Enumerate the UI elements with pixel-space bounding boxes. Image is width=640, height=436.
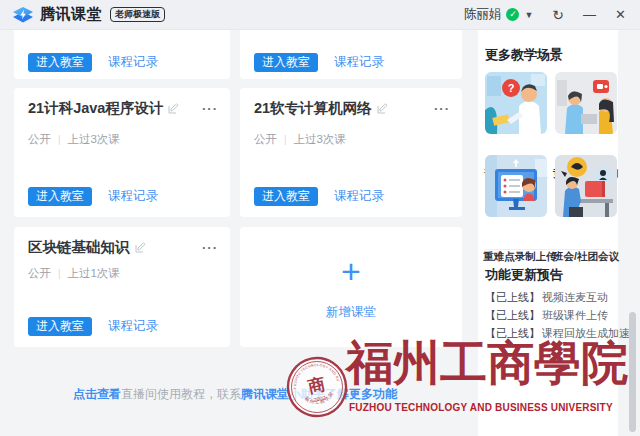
chevron-down-icon[interactable]: ▼ xyxy=(524,10,533,20)
scenario-tile-qa[interactable]: ? xyxy=(485,72,547,134)
course-card: 21计科Java程序设计 ··· 公开 | 上过3次课 进入教室 课程记录 xyxy=(14,88,230,217)
update-name: 视频连麦互动 xyxy=(542,291,608,303)
scenario-tile-tutoring[interactable] xyxy=(555,72,617,134)
enter-classroom-button[interactable]: 进入教室 xyxy=(28,317,92,336)
course-records-link[interactable]: 课程记录 xyxy=(334,54,384,71)
scenario-tile-meeting[interactable] xyxy=(555,155,617,217)
edition-badge: 老师极速版 xyxy=(110,7,165,22)
course-records-link[interactable]: 课程记录 xyxy=(108,318,158,335)
course-visibility: 公开 xyxy=(254,132,277,147)
tutoring-illustration xyxy=(555,72,617,134)
update-item: 【已上线】视频连麦互动 xyxy=(485,290,608,305)
update-item: 【已上线】课程回放生成加速 xyxy=(485,326,630,341)
more-menu-icon[interactable]: ··· xyxy=(202,101,218,116)
course-sessions: 上过3次课 xyxy=(294,132,346,147)
edit-icon[interactable] xyxy=(168,103,179,114)
course-records-link[interactable]: 课程记录 xyxy=(334,188,384,205)
scrollbar-thumb[interactable] xyxy=(629,312,636,432)
update-name: 班级课件上传 xyxy=(542,309,608,321)
app-title: 腾讯课堂 xyxy=(40,5,102,24)
updates-title: 功能更新预告 xyxy=(485,266,563,284)
course-records-link[interactable]: 课程记录 xyxy=(108,54,158,71)
update-tag: 【已上线】 xyxy=(485,327,540,339)
edit-icon[interactable] xyxy=(377,103,388,114)
minimize-icon[interactable]: — xyxy=(583,8,596,21)
meta-divider: | xyxy=(58,268,61,279)
course-title: 区块链基础知识 xyxy=(28,238,130,257)
course-title: 21软专计算机网络 xyxy=(254,99,372,118)
edit-icon[interactable] xyxy=(135,242,146,253)
course-visibility: 公开 xyxy=(28,266,51,281)
add-classroom-label: 新增课堂 xyxy=(326,304,376,321)
course-card: 区块链基础知识 ··· 公开 | 上过1次课 进入教室 课程记录 xyxy=(14,227,230,347)
view-tutorial-link[interactable]: 点击查看 xyxy=(73,387,121,401)
verified-badge-icon: ✓ xyxy=(506,8,519,21)
qa-illustration: ? xyxy=(485,72,547,134)
scenario-label: 班会/社团会议 xyxy=(553,250,619,264)
meta-divider: | xyxy=(58,134,61,145)
tencent-classroom-logo-icon xyxy=(12,4,34,26)
sidebar: 更多教学场景 ? xyxy=(478,30,618,436)
header-controls: 陈丽娟 ✓ ▼ ↻ — ✕ xyxy=(464,6,640,23)
enter-classroom-button[interactable]: 进入教室 xyxy=(254,187,318,206)
course-title: 21计科Java程序设计 xyxy=(28,99,163,118)
more-menu-icon[interactable]: ··· xyxy=(434,101,450,116)
recording-upload-illustration xyxy=(485,155,547,217)
tutorial-tip: 点击查看直播间使用教程，联系腾讯课堂小助手了解更多功能 xyxy=(0,386,470,403)
close-icon[interactable]: ✕ xyxy=(615,8,626,21)
assistant-link[interactable]: 腾讯课堂小助手了解更多功能 xyxy=(241,387,397,401)
app-logo: 腾讯课堂 老师极速版 xyxy=(0,4,165,26)
scenario-tile-recording[interactable] xyxy=(485,155,547,217)
add-classroom-card[interactable]: + 新增课堂 xyxy=(240,227,462,347)
scenario-label: 重难点录制上传 xyxy=(483,250,549,264)
course-sessions: 上过3次课 xyxy=(68,132,120,147)
enter-classroom-button[interactable]: 进入教室 xyxy=(254,53,318,72)
update-tag: 【已上线】 xyxy=(485,291,540,303)
enter-classroom-button[interactable]: 进入教室 xyxy=(28,187,92,206)
more-menu-icon[interactable]: ··· xyxy=(202,240,218,255)
update-tag: 【已上线】 xyxy=(485,309,540,321)
plus-icon: + xyxy=(341,254,361,288)
svg-text:?: ? xyxy=(508,82,515,94)
refresh-icon[interactable]: ↻ xyxy=(552,8,564,22)
sidebar-divider xyxy=(485,249,611,250)
course-records-link[interactable]: 课程记录 xyxy=(108,188,158,205)
meta-divider: | xyxy=(284,134,287,145)
app-window: 腾讯课堂 老师极速版 陈丽娟 ✓ ▼ ↻ — ✕ 进入教室 课程记录 进入教室 … xyxy=(0,0,640,436)
user-name[interactable]: 陈丽娟 xyxy=(464,6,502,23)
update-item: 【已上线】班级课件上传 xyxy=(485,308,608,323)
course-visibility: 公开 xyxy=(28,132,51,147)
course-sessions: 上过1次课 xyxy=(68,266,120,281)
update-name: 课程回放生成加速 xyxy=(542,327,630,339)
title-bar: 腾讯课堂 老师极速版 陈丽娟 ✓ ▼ ↻ — ✕ xyxy=(0,0,640,30)
tip-text: 直播间使用教程，联系 xyxy=(121,387,241,401)
meeting-illustration xyxy=(555,155,617,217)
course-card: 21软专计算机网络 ··· 公开 | 上过3次课 进入教室 课程记录 xyxy=(240,88,462,217)
enter-classroom-button[interactable]: 进入教室 xyxy=(28,53,92,72)
scenarios-title: 更多教学场景 xyxy=(485,46,563,64)
